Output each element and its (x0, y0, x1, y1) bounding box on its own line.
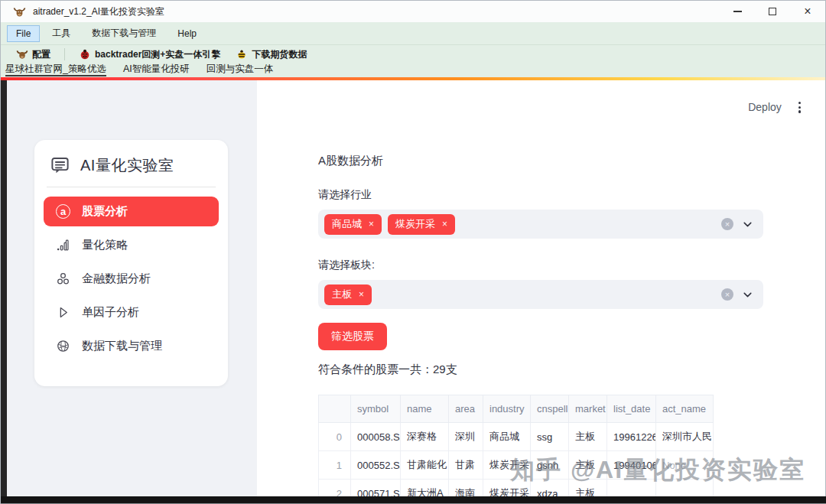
tag-remove-icon[interactable]: × (442, 219, 447, 229)
menu-bar: File 工具 数据下载与管理 Help (1, 22, 825, 44)
menu-item-help[interactable]: Help (168, 25, 206, 42)
main-content: A股数据分析 请选择行业 商品城 × 煤炭开采 × × 请选择板块 (318, 154, 763, 496)
col-symbol: symbol (351, 395, 401, 423)
col-list-date: list_date (607, 395, 656, 423)
tab-ai-quant-research[interactable]: AI智能量化投研 (123, 63, 190, 75)
industry-multiselect[interactable]: 商品城 × 煤炭开采 × × (318, 210, 763, 239)
tag-remove-icon[interactable]: × (369, 219, 374, 229)
cluster-icon (56, 272, 70, 286)
yarn-ball-icon (56, 339, 70, 353)
tag-label: 商品城 (332, 217, 362, 231)
sidebar-item-label: 量化策略 (82, 238, 128, 252)
window-title: aitrader_v1.2_AI量化投资实验室 (33, 5, 164, 18)
tag-industry-0[interactable]: 商品城 × (324, 214, 382, 235)
sidebar-item-data-download[interactable]: 数据下载与管理 (44, 331, 219, 361)
download-futures-button[interactable]: 下载期货数据 (231, 47, 311, 63)
sidebar-item-label: 单因子分析 (82, 305, 139, 320)
minimize-icon (733, 11, 742, 12)
cell-index: 0 (319, 423, 351, 451)
cell-area: 海南 (449, 480, 483, 497)
cell-list-date: 19961226 (607, 423, 656, 451)
cell-name: 甘肃能化 (401, 451, 449, 480)
menu-item-data-manage[interactable]: 数据下载与管理 (83, 24, 165, 43)
ladybug-icon (79, 48, 91, 60)
sidebar-item-stock-analysis[interactable]: a 股票分析 (44, 197, 219, 226)
cell-industry: 商品城 (483, 423, 531, 451)
ox-icon (16, 48, 28, 60)
col-name: name (401, 395, 449, 423)
chevron-down-icon[interactable] (741, 288, 754, 301)
forum-lines-icon (50, 155, 70, 176)
sidebar-divider (47, 187, 216, 187)
industry-select-label: 请选择行业 (318, 188, 763, 202)
cell-area: 深圳 (449, 423, 483, 451)
left-edge-strip (1, 80, 7, 496)
cell-cnspell: ssg (531, 423, 569, 451)
ox-icon (13, 5, 26, 18)
menu-item-file[interactable]: File (7, 25, 40, 42)
deploy-toolbar: Deploy (748, 100, 802, 115)
tab-bar: 星球社群官网_策略优选 AI智能量化投研 回测与实盘一体 (1, 63, 825, 77)
clear-all-icon[interactable]: × (721, 218, 733, 230)
filter-stocks-button[interactable]: 筛选股票 (318, 323, 387, 350)
cell-index: 2 (319, 480, 351, 497)
zhihu-watermark: 知乎 @AI量化投资实验室 (510, 454, 805, 487)
tag-label: 主板 (332, 288, 352, 301)
tab-strategy-select[interactable]: 星球社群官网_策略优选 (5, 63, 106, 76)
cell-act-name: 深圳市人民 (656, 423, 714, 451)
maximize-button[interactable] (755, 1, 790, 22)
tag-remove-icon[interactable]: × (359, 290, 364, 299)
maximize-icon (769, 8, 776, 15)
sidebar-title: AI量化实验室 (80, 155, 174, 176)
col-cnspell: cnspell (531, 395, 569, 423)
sidebar-card: AI量化实验室 a 股票分析 量化策略 (34, 140, 228, 386)
table-header-row: symbol name area industry cnspell market… (319, 395, 714, 423)
config-label: 配置 (32, 48, 50, 61)
cell-name: 新大洲A (401, 480, 449, 497)
app-content: AI量化实验室 a 股票分析 量化策略 (1, 80, 825, 496)
cell-symbol: 000571.SZ (351, 480, 401, 497)
backtrader-button[interactable]: backtrader回测+实盘一体引擎 (74, 47, 225, 63)
sidebar-item-label: 金融数据分析 (82, 272, 151, 286)
bar-chart-icon (56, 238, 70, 252)
app-window: aitrader_v1.2_AI量化投资实验室 × File 工具 数据下载与管… (0, 0, 826, 504)
col-area: area (449, 395, 483, 423)
download-futures-label: 下载期货数据 (252, 48, 307, 61)
chevron-down-icon[interactable] (741, 218, 754, 231)
close-button[interactable]: × (790, 1, 825, 22)
toolbar: 配置 backtrader回测+实盘一体引擎 下载期货数据 (1, 44, 825, 63)
bottom-edge-strip (1, 496, 826, 504)
tab-backtest-live[interactable]: 回测与实盘一体 (206, 63, 274, 75)
toolbar-separator (64, 48, 65, 60)
sidebar-header: AI量化实验室 (44, 152, 219, 187)
a-circle-icon: a (56, 204, 70, 219)
sidebar-item-financial-data[interactable]: 金融数据分析 (44, 264, 219, 294)
board-select-label: 请选择板块: (318, 259, 763, 272)
title-bar: aitrader_v1.2_AI量化投资实验室 × (1, 1, 825, 22)
result-count-text: 符合条件的股票一共：29支 (318, 363, 763, 377)
backtrader-label: backtrader回测+实盘一体引擎 (95, 48, 220, 61)
minimize-button[interactable] (720, 1, 755, 22)
sidebar: AI量化实验室 a 股票分析 量化策略 (7, 80, 257, 496)
sidebar-item-quant-strategy[interactable]: 量化策略 (44, 230, 219, 260)
cell-symbol: 000058.SZ (351, 423, 401, 451)
config-button[interactable]: 配置 (11, 47, 55, 63)
page-title: A股数据分析 (318, 154, 763, 168)
tag-board-0[interactable]: 主板 × (324, 285, 372, 305)
cell-market: 主板 (569, 423, 607, 451)
col-act-name: act_name (656, 395, 714, 423)
clear-all-icon[interactable]: × (721, 288, 733, 301)
tag-label: 煤炭开采 (395, 217, 435, 231)
bee-icon (236, 48, 248, 60)
board-multiselect[interactable]: 主板 × × (318, 280, 763, 309)
col-market: market (569, 395, 607, 423)
cell-index: 1 (319, 451, 351, 480)
tag-industry-1[interactable]: 煤炭开采 × (388, 214, 455, 235)
menu-item-tools[interactable]: 工具 (43, 24, 80, 43)
cell-symbol: 000552.SZ (351, 451, 401, 480)
play-outline-icon (56, 305, 70, 320)
kebab-menu-icon[interactable] (797, 100, 802, 115)
deploy-button[interactable]: Deploy (748, 101, 782, 113)
sidebar-item-single-factor[interactable]: 单因子分析 (44, 298, 219, 327)
col-industry: industry (483, 395, 531, 423)
